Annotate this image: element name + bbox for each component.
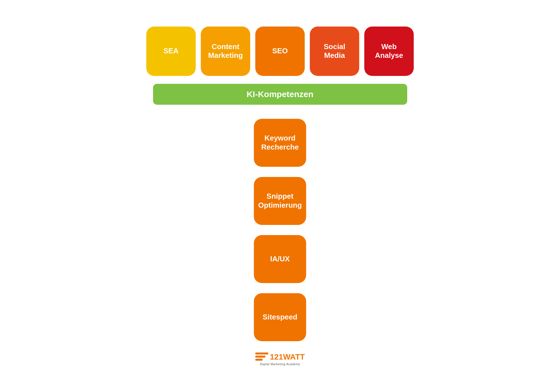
sub-box-snippet-optimierung: SnippetOptimierung bbox=[254, 177, 306, 225]
logo-bar-1 bbox=[255, 352, 268, 354]
main-container: SEA ContentMarketing SEO SocialMedia Web… bbox=[153, 27, 407, 366]
category-label-seo: SEO bbox=[272, 47, 288, 55]
logo-text-sub: Digital Marketing Academy bbox=[260, 362, 300, 366]
logo-icon bbox=[255, 352, 268, 361]
category-label-social-media: SocialMedia bbox=[324, 42, 345, 60]
category-box-sea: SEA bbox=[146, 27, 196, 76]
sub-box-label-snippet-optimierung: SnippetOptimierung bbox=[258, 192, 302, 209]
sub-box-label-keyword-recherche: KeywordRecherche bbox=[261, 134, 299, 151]
sub-box-keyword-recherche: KeywordRecherche bbox=[254, 119, 306, 167]
logo-bar-3 bbox=[255, 359, 263, 361]
sub-box-label-ia-ux: IA/UX bbox=[270, 255, 290, 263]
top-row: SEA ContentMarketing SEO SocialMedia Web… bbox=[146, 27, 414, 76]
category-label-content-marketing: ContentMarketing bbox=[208, 42, 243, 60]
category-label-sea: SEA bbox=[164, 47, 178, 55]
category-box-seo: SEO bbox=[255, 27, 305, 76]
sub-box-ia-ux: IA/UX bbox=[254, 235, 306, 283]
logo-bar-2 bbox=[255, 356, 265, 358]
sub-box-sitespeed: Sitespeed bbox=[254, 293, 306, 341]
ki-kompetenzen-bar: KI-Kompetenzen bbox=[153, 84, 407, 105]
sub-column: KeywordRecherche SnippetOptimierung IA/U… bbox=[254, 119, 306, 341]
sub-box-label-sitespeed: Sitespeed bbox=[263, 313, 297, 321]
category-box-web-analyse: WebAnalyse bbox=[364, 27, 414, 76]
ki-kompetenzen-label: KI-Kompetenzen bbox=[247, 89, 313, 99]
category-label-web-analyse: WebAnalyse bbox=[375, 42, 403, 60]
category-box-content-marketing: ContentMarketing bbox=[201, 27, 250, 76]
logo-text-main: 121WATT bbox=[270, 352, 305, 362]
category-box-social-media: SocialMedia bbox=[310, 27, 359, 76]
logo-container: 121WATT Digital Marketing Academy bbox=[255, 352, 305, 366]
logo-wrapper: 121WATT bbox=[255, 352, 305, 362]
